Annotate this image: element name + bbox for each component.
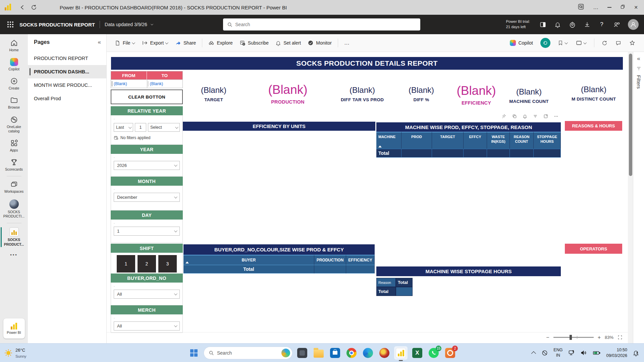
- clear-button[interactable]: CLEAR BOTTON: [111, 89, 183, 104]
- minimize-button[interactable]: [607, 7, 611, 8]
- month-dropdown[interactable]: December: [114, 193, 180, 202]
- power-bi-taskbar-button[interactable]: [394, 346, 408, 360]
- merch-dropdown[interactable]: All: [114, 321, 180, 330]
- help-button[interactable]: ?: [598, 21, 605, 28]
- zoom-slider-thumb[interactable]: [570, 335, 572, 340]
- subscribe-button[interactable]: Subscribe: [236, 37, 272, 49]
- fit-to-page-icon[interactable]: [618, 335, 623, 340]
- relative-unit-dropdown[interactable]: Select: [148, 123, 180, 132]
- year-dropdown[interactable]: 2026: [114, 161, 180, 170]
- favorite-button[interactable]: [626, 37, 639, 49]
- from-date-input[interactable]: (Blank): [111, 79, 147, 88]
- start-button[interactable]: [187, 346, 201, 360]
- column-header-machine[interactable]: MACHINE: [376, 132, 401, 149]
- relative-number-input[interactable]: 1: [135, 123, 146, 132]
- column-header-buyer[interactable]: BUYER: [183, 255, 314, 265]
- funnel-icon[interactable]: [636, 66, 641, 71]
- share-button[interactable]: Share: [172, 37, 199, 49]
- search-sidebar-button[interactable]: [578, 3, 584, 11]
- file-explorer-button[interactable]: [312, 346, 325, 360]
- relative-mode-dropdown[interactable]: Last: [114, 123, 133, 132]
- page-tab-production-dashboard[interactable]: PRODUCTION DASHB...: [28, 65, 106, 78]
- stoppage-total-column[interactable]: Total: [396, 278, 413, 287]
- toolbar-more-button[interactable]: [341, 37, 353, 49]
- efficiency-by-units-visual[interactable]: EFFICIENCY BY UNITS: [183, 122, 375, 244]
- focus-mode-icon[interactable]: [543, 114, 548, 119]
- filter-lines-icon[interactable]: [533, 114, 538, 119]
- column-header-effcy[interactable]: EFFCY: [464, 132, 487, 149]
- sidebar-item-copilot[interactable]: Copilot: [0, 55, 28, 74]
- download-button[interactable]: [584, 21, 590, 28]
- page-tab-month-wise[interactable]: MONTH WISE PRODUC...: [28, 78, 106, 92]
- microsoft-365-button[interactable]: 2: [443, 346, 457, 360]
- file-button[interactable]: File: [111, 37, 139, 49]
- global-search[interactable]: [223, 18, 420, 31]
- to-date-input[interactable]: (Blank): [147, 79, 183, 88]
- zoom-in-button[interactable]: +: [598, 335, 601, 341]
- zoom-out-button[interactable]: −: [546, 335, 549, 341]
- data-updated-menu[interactable]: Data updated 3/9/26: [105, 22, 154, 27]
- collapse-pages-icon[interactable]: [98, 39, 101, 46]
- shift-button-3[interactable]: 3: [158, 255, 177, 273]
- refresh-visuals-button[interactable]: [598, 37, 611, 49]
- sidebar-item-home[interactable]: Home: [0, 36, 28, 55]
- stoppage-reason-header[interactable]: Reason: [376, 278, 396, 287]
- language-indicator[interactable]: ENG IN: [553, 348, 562, 358]
- sync-button[interactable]: [540, 38, 550, 48]
- sidebar-item-socks-report[interactable]: SOCKS PRODUCT...: [0, 225, 28, 249]
- whatsapp-button[interactable]: 15: [427, 346, 440, 360]
- column-header-stoppage-hours[interactable]: STOPPAGE HOURS: [534, 132, 561, 149]
- sidebar-item-apps[interactable]: Apps: [0, 136, 28, 156]
- alert-icon[interactable]: [523, 114, 527, 119]
- account-avatar[interactable]: [628, 19, 639, 30]
- sidebar-item-scorecards[interactable]: Scorecards: [0, 156, 28, 175]
- copy-icon[interactable]: [512, 114, 517, 119]
- copilot-button[interactable]: Copilot: [506, 37, 536, 49]
- settings-button[interactable]: [569, 21, 576, 28]
- expand-filters-icon[interactable]: [637, 55, 640, 62]
- shift-button-2[interactable]: 2: [138, 255, 156, 273]
- edge-button[interactable]: [361, 346, 375, 360]
- page-tab-overall-prod[interactable]: Overall Prod: [28, 92, 106, 105]
- battery-charging-icon[interactable]: [593, 349, 601, 357]
- sidebar-item-browse[interactable]: Browse: [0, 94, 28, 113]
- operators-visual[interactable]: OPERATORS: [565, 244, 622, 330]
- column-header-production[interactable]: PRODUCTION: [314, 255, 346, 265]
- pin-icon[interactable]: [502, 114, 506, 119]
- do-not-disturb-icon[interactable]: [541, 350, 548, 356]
- buyer-dropdown[interactable]: All: [114, 290, 180, 299]
- red-app-button[interactable]: [378, 346, 391, 360]
- column-header-efficiency[interactable]: EFFICIENCY: [346, 255, 375, 265]
- column-header-reason-count[interactable]: REASON COUNT: [510, 132, 534, 149]
- nav-more-button[interactable]: [0, 250, 28, 261]
- volume-icon[interactable]: [580, 349, 587, 356]
- sidebar-item-socks-workspace[interactable]: SOCKS PRODUCTI...: [0, 197, 28, 222]
- column-header-target[interactable]: TARGET: [432, 132, 464, 149]
- bookmarks-button[interactable]: [554, 37, 571, 49]
- export-button[interactable]: Export: [139, 37, 172, 49]
- taskbar-clock[interactable]: 10:50 09/03/2026: [606, 347, 627, 359]
- zoom-slider[interactable]: [553, 337, 594, 338]
- maximize-button[interactable]: [620, 4, 625, 11]
- chrome-button[interactable]: [345, 346, 358, 360]
- sidebar-item-workspaces[interactable]: Workspaces: [0, 178, 28, 197]
- browser-more-button[interactable]: [593, 4, 599, 10]
- search-input[interactable]: [235, 22, 416, 27]
- weather-widget[interactable]: 26°C Sunny: [0, 347, 80, 359]
- reasons-hours-visual[interactable]: REASONS & HOURS: [565, 121, 622, 242]
- close-button[interactable]: [634, 4, 638, 10]
- more-options-icon[interactable]: [554, 114, 558, 119]
- side-pane-button[interactable]: [539, 21, 546, 28]
- power-bi-switcher[interactable]: Power BI: [3, 318, 25, 339]
- taskbar-search[interactable]: Search: [204, 347, 292, 359]
- scrollbar-thumb[interactable]: [629, 54, 632, 176]
- feedback-button[interactable]: [613, 21, 620, 28]
- column-header-waste[interactable]: WASTE IN(KGS): [487, 132, 510, 149]
- sidebar-item-create[interactable]: Create: [0, 74, 28, 94]
- network-icon[interactable]: [568, 349, 575, 356]
- back-button[interactable]: [17, 2, 28, 13]
- excel-button[interactable]: X: [411, 346, 424, 360]
- task-view-button[interactable]: [296, 346, 309, 360]
- microsoft-store-button[interactable]: [328, 346, 342, 360]
- vertical-scrollbar[interactable]: [628, 52, 633, 343]
